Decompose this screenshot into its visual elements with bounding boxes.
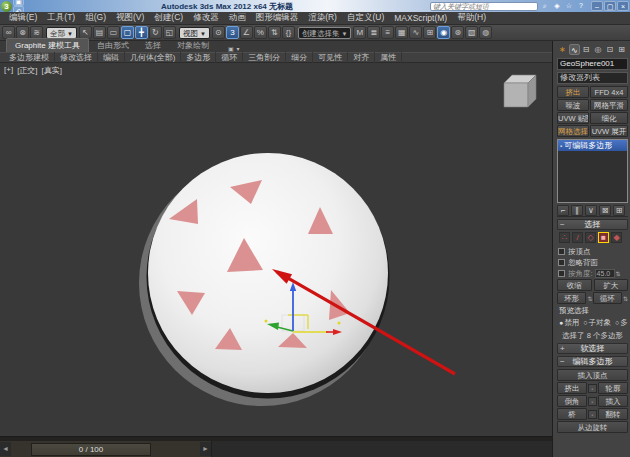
ignore-backfacing-checkbox[interactable] bbox=[558, 259, 565, 266]
extrude-settings-icon[interactable]: ▫ bbox=[588, 384, 597, 393]
rendered-frame-window[interactable]: ▧ bbox=[465, 26, 478, 39]
minimize-button[interactable]: – bbox=[591, 1, 603, 11]
vertex-subobject-icon[interactable]: ∴ bbox=[559, 232, 570, 243]
radio-multiple[interactable]: ○ 多个 bbox=[615, 318, 628, 328]
menu-item-10[interactable]: MAXScript(M) bbox=[389, 13, 452, 23]
tab-create-icon[interactable]: ∗ bbox=[557, 44, 568, 55]
ribbon-panel-6[interactable]: 三角剖分 bbox=[243, 52, 286, 63]
by-angle-value-field[interactable]: 45.0 bbox=[595, 269, 615, 278]
ribbon-tab-3[interactable]: 对象绘制 bbox=[169, 39, 217, 52]
radio-subobject[interactable]: ○ 子对象 bbox=[583, 318, 611, 328]
maximize-button[interactable]: ▢ bbox=[604, 1, 616, 11]
time-slider-track[interactable]: ◄ 0 / 100 ► bbox=[0, 441, 212, 457]
stack-item-editable-poly[interactable]: ▪ 可编辑多边形 bbox=[558, 140, 627, 151]
by-vertex-checkbox-row[interactable]: 按顶点 bbox=[558, 246, 628, 257]
menu-item-3[interactable]: 视图(V) bbox=[111, 12, 149, 24]
bevel-settings-icon[interactable]: ▫ bbox=[588, 397, 597, 406]
menu-item-5[interactable]: 修改器 bbox=[188, 12, 224, 24]
align[interactable]: ≣ bbox=[367, 26, 380, 39]
ribbon-panel-4[interactable]: 多边形 bbox=[181, 52, 216, 63]
edit-named-selection-sets[interactable]: {} bbox=[282, 26, 295, 39]
select-and-move[interactable]: ╋ bbox=[135, 26, 148, 39]
viewport-menu-plus[interactable]: [+] bbox=[4, 65, 13, 76]
ring-spinner[interactable]: ⇅ bbox=[587, 295, 592, 302]
rollout-header-soft-selection[interactable]: + 软选择 bbox=[557, 343, 628, 354]
ribbon-panel-7[interactable]: 细分 bbox=[286, 52, 313, 63]
reference-coordinate-system-dropdown[interactable]: 视图▼ bbox=[179, 27, 210, 39]
select-and-uniform-scale[interactable]: ◱ bbox=[163, 26, 176, 39]
viewport-shading-label[interactable]: [真实] bbox=[42, 65, 62, 76]
edge-subobject-icon[interactable]: / bbox=[572, 232, 583, 243]
close-button[interactable]: × bbox=[617, 1, 629, 11]
snaps-toggle-3d[interactable]: 3 bbox=[226, 26, 239, 39]
ribbon-tab-2[interactable]: 选择 bbox=[137, 39, 169, 52]
pin-stack-icon[interactable]: ⌐ bbox=[557, 205, 569, 216]
loop-spinner[interactable]: ⇅ bbox=[623, 295, 628, 302]
search-input[interactable] bbox=[430, 2, 538, 11]
modifier-button-meshselect[interactable]: 网格选择 bbox=[557, 125, 589, 137]
menu-item-0[interactable]: 编辑(E) bbox=[4, 12, 42, 24]
insert-vertex-button[interactable]: 插入顶点 bbox=[557, 369, 628, 381]
menu-item-11[interactable]: 帮助(H) bbox=[452, 12, 491, 24]
bevel-button[interactable]: 倒角 bbox=[557, 395, 587, 407]
ribbon-panel-10[interactable]: 属性 bbox=[375, 52, 402, 63]
by-angle-checkbox[interactable] bbox=[558, 270, 565, 277]
named-selection-sets-dropdown[interactable]: 创建选择集▼ bbox=[298, 27, 351, 39]
render-production[interactable]: ◍ bbox=[479, 26, 492, 39]
percent-snap-toggle[interactable]: % bbox=[254, 26, 267, 39]
tab-motion-icon[interactable]: ◎ bbox=[593, 44, 604, 55]
menu-item-2[interactable]: 组(G) bbox=[80, 12, 111, 24]
schematic-view[interactable]: ⊞ bbox=[423, 26, 436, 39]
rollout-header-edit-polygons[interactable]: − 编辑多边形 bbox=[557, 356, 628, 367]
tab-modify-icon[interactable]: ∿ bbox=[569, 44, 580, 55]
by-angle-row[interactable]: 按角度: 45.0 ⇅ bbox=[558, 268, 628, 279]
radio-disable[interactable]: ● 禁用 bbox=[559, 318, 579, 328]
by-angle-spinner[interactable]: ⇅ bbox=[616, 270, 621, 277]
favorites-star-icon[interactable]: ☆ bbox=[564, 1, 574, 11]
menu-item-8[interactable]: 渲染(R) bbox=[303, 12, 342, 24]
outline-button[interactable]: 轮廓 bbox=[598, 382, 628, 394]
modifier-button-meshsmooth[interactable]: 网格平滑 bbox=[590, 99, 628, 111]
modifier-button-uvw-map[interactable]: UVW 贴图 bbox=[557, 112, 589, 124]
flip-button[interactable]: 翻转 bbox=[598, 408, 628, 420]
time-slider-handle[interactable]: 0 / 100 bbox=[31, 443, 151, 456]
previous-frame-button[interactable]: ◄ bbox=[0, 442, 11, 456]
ribbon-panel-8[interactable]: 可见性 bbox=[313, 52, 348, 63]
ribbon-panel-3[interactable]: 几何体(全部) bbox=[125, 52, 181, 63]
select-by-name[interactable]: ▤ bbox=[93, 26, 106, 39]
polygon-subobject-icon[interactable]: ■ bbox=[598, 232, 609, 243]
ribbon-panel-2[interactable]: 编辑 bbox=[98, 52, 125, 63]
ring-button[interactable]: 环形 bbox=[557, 292, 586, 304]
configure-modifier-sets-icon[interactable]: ⊞ bbox=[613, 205, 625, 216]
object-name-field[interactable]: GeoSphere001 bbox=[557, 58, 628, 70]
next-frame-button[interactable]: ► bbox=[200, 442, 211, 456]
window-crossing-toggle[interactable]: ▢ bbox=[121, 26, 134, 39]
rollout-header-selection[interactable]: − 选择 bbox=[557, 219, 628, 230]
select-and-rotate[interactable]: ↻ bbox=[149, 26, 162, 39]
help-icon[interactable]: ? bbox=[576, 1, 586, 11]
border-subobject-icon[interactable]: ◇ bbox=[585, 232, 596, 243]
curve-editor[interactable]: ∿ bbox=[409, 26, 422, 39]
grow-button[interactable]: 扩大 bbox=[594, 279, 629, 291]
make-unique-icon[interactable]: ∨ bbox=[585, 205, 597, 216]
extrude-button[interactable]: 挤出 bbox=[557, 382, 587, 394]
ribbon-tab-0[interactable]: Graphite 建模工具 bbox=[6, 38, 89, 52]
bridge-settings-icon[interactable]: ▫ bbox=[588, 410, 597, 419]
render-setup[interactable]: ⊛ bbox=[451, 26, 464, 39]
manage-layers[interactable]: ≡ bbox=[381, 26, 394, 39]
ribbon-panel-1[interactable]: 修改选择 bbox=[55, 52, 98, 63]
menu-item-7[interactable]: 图形编辑器 bbox=[251, 12, 304, 24]
perspective-viewport[interactable]: [+] [正交] [真实] bbox=[0, 63, 552, 436]
chevron-down-icon[interactable]: ▾ bbox=[237, 45, 240, 52]
menu-item-9[interactable]: 自定义(U) bbox=[342, 12, 389, 24]
ribbon-panel-9[interactable]: 对齐 bbox=[348, 52, 375, 63]
modifier-button-noise[interactable]: 噪波 bbox=[557, 99, 589, 111]
angle-snap-toggle[interactable]: ∠ bbox=[240, 26, 253, 39]
ribbon-panel-5[interactable]: 循环 bbox=[216, 52, 243, 63]
ribbon-tab-1[interactable]: 自由形式 bbox=[89, 39, 137, 52]
tab-display-icon[interactable]: ⊡ bbox=[604, 44, 615, 55]
bridge-button[interactable]: 桥 bbox=[557, 408, 587, 420]
viewport-view-label[interactable]: [正交] bbox=[17, 65, 37, 76]
modifier-stack-list[interactable]: ▪ 可编辑多边形 bbox=[557, 139, 628, 203]
modifier-button-ffd4x4[interactable]: FFD 4x4 bbox=[590, 86, 628, 98]
